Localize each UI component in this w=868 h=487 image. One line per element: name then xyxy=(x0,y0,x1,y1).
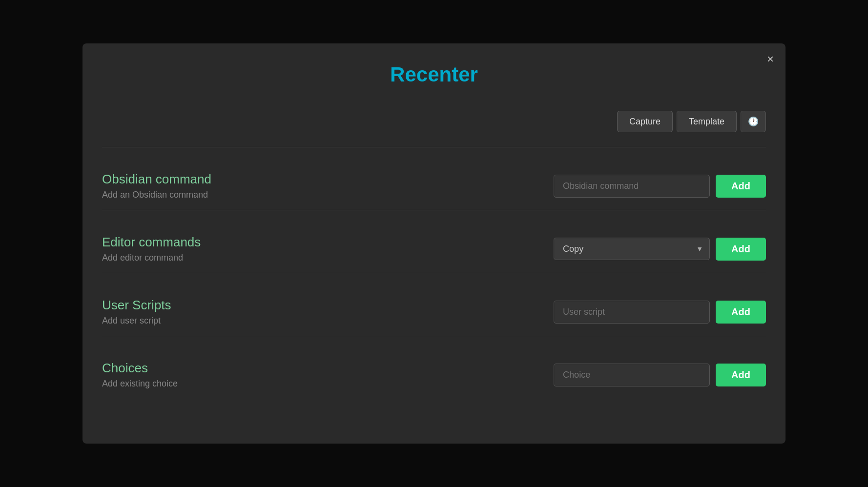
editor-commands-title: Editor commands xyxy=(102,235,201,250)
choices-subtitle: Add existing choice xyxy=(102,379,178,389)
editor-commands-text: Editor commands Add editor command xyxy=(102,235,201,263)
editor-commands-controls: Copy Paste Cut ▼ Add xyxy=(554,238,766,261)
choices-title: Choices xyxy=(102,361,178,376)
user-scripts-input[interactable] xyxy=(554,301,710,324)
user-scripts-controls: Add xyxy=(554,301,766,324)
divider-2 xyxy=(102,273,766,273)
choices-section: Choices Add existing choice Add xyxy=(102,351,766,399)
divider-1 xyxy=(102,210,766,210)
history-icon: 🕐 xyxy=(748,117,759,126)
template-button[interactable]: Template xyxy=(677,111,737,132)
modal-title: Recenter xyxy=(102,63,766,86)
modal-container: × Recenter Capture Template 🕐 Obsidian c… xyxy=(83,43,785,444)
close-button[interactable]: × xyxy=(767,53,774,65)
choices-text: Choices Add existing choice xyxy=(102,361,178,389)
capture-button[interactable]: Capture xyxy=(617,111,673,132)
history-button[interactable]: 🕐 xyxy=(741,111,766,132)
obsidian-command-subtitle: Add an Obsidian command xyxy=(102,190,211,200)
editor-commands-section: Editor commands Add editor command Copy … xyxy=(102,225,766,273)
modal-backdrop: × Recenter Capture Template 🕐 Obsidian c… xyxy=(0,0,868,487)
choices-add-button[interactable]: Add xyxy=(716,364,766,386)
obsidian-command-section: Obsidian command Add an Obsidian command… xyxy=(102,162,766,210)
choices-controls: Add xyxy=(554,364,766,386)
obsidian-command-controls: Add xyxy=(554,175,766,198)
user-scripts-add-button[interactable]: Add xyxy=(716,301,766,324)
user-scripts-subtitle: Add user script xyxy=(102,316,171,326)
editor-commands-dropdown[interactable]: Copy Paste Cut xyxy=(554,238,710,260)
user-scripts-text: User Scripts Add user script xyxy=(102,298,171,326)
editor-commands-subtitle: Add editor command xyxy=(102,253,201,263)
obsidian-command-text: Obsidian command Add an Obsidian command xyxy=(102,172,211,200)
obsidian-command-input[interactable] xyxy=(554,175,710,198)
divider-top xyxy=(102,147,766,147)
editor-commands-dropdown-wrapper: Copy Paste Cut ▼ xyxy=(554,238,710,260)
obsidian-command-title: Obsidian command xyxy=(102,172,211,187)
user-scripts-section: User Scripts Add user script Add xyxy=(102,288,766,336)
choices-input[interactable] xyxy=(554,364,710,386)
toolbar: Capture Template 🕐 xyxy=(102,111,766,132)
obsidian-command-add-button[interactable]: Add xyxy=(716,175,766,198)
editor-commands-add-button[interactable]: Add xyxy=(716,238,766,261)
user-scripts-title: User Scripts xyxy=(102,298,171,313)
divider-3 xyxy=(102,336,766,336)
